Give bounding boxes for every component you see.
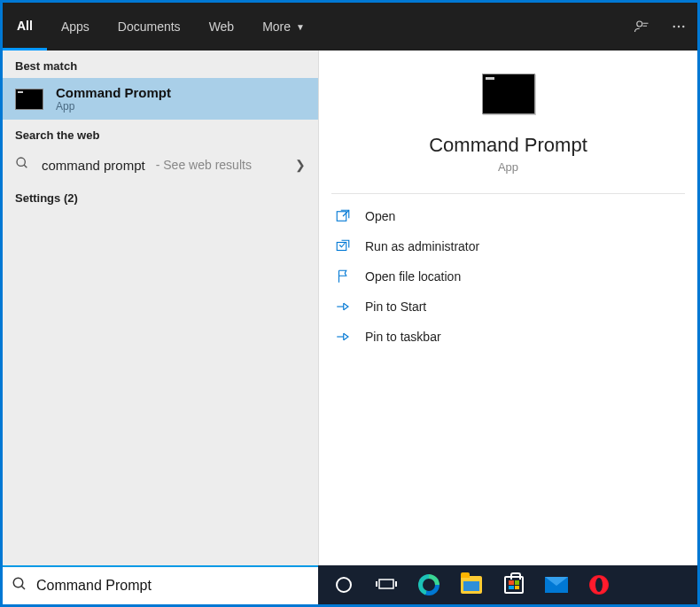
result-subtitle: App <box>56 100 171 113</box>
taskbar <box>318 565 697 604</box>
search-icon <box>15 156 31 174</box>
store-icon <box>504 576 524 594</box>
tab-all[interactable]: All <box>3 3 47 51</box>
mail-icon <box>545 577 568 593</box>
preview-title: Command Prompt <box>429 134 587 157</box>
start-search-window: All Apps Documents Web More▼ Best match … <box>3 3 697 604</box>
preview-subtitle: App <box>498 160 518 174</box>
tab-web[interactable]: Web <box>195 3 249 51</box>
action-open-file-location[interactable]: Open file location <box>331 261 685 292</box>
action-open[interactable]: Open <box>331 201 685 231</box>
result-title: Command Prompt <box>56 85 171 100</box>
opera-icon <box>589 575 609 595</box>
taskbar-app-explorer[interactable] <box>451 567 492 603</box>
tab-apps[interactable]: Apps <box>47 3 104 51</box>
taskbar-app-store[interactable] <box>494 567 534 603</box>
command-prompt-icon <box>482 74 535 114</box>
best-match-result[interactable]: Command Prompt App <box>3 78 318 120</box>
taskbar-app-edge[interactable] <box>408 567 449 603</box>
tab-documents[interactable]: Documents <box>104 3 195 51</box>
svg-rect-10 <box>379 580 393 588</box>
divider <box>331 193 685 194</box>
results-pane: Best match Command Prompt App Search the… <box>3 51 318 604</box>
search-body: Best match Command Prompt App Search the… <box>3 51 697 604</box>
web-result[interactable]: command prompt - See web results ❯ <box>3 147 318 183</box>
web-query: command prompt <box>42 158 145 173</box>
tab-more[interactable]: More▼ <box>248 3 319 51</box>
settings-label[interactable]: Settings (2) <box>3 183 318 210</box>
chevron-right-icon: ❯ <box>295 158 306 172</box>
svg-line-5 <box>24 165 27 167</box>
folder-icon <box>461 576 482 594</box>
feedback-icon[interactable] <box>623 3 660 51</box>
preview-hero: Command Prompt App <box>319 74 697 174</box>
svg-point-2 <box>678 26 680 27</box>
preview-pane: Command Prompt App Open Run as administr… <box>318 51 697 604</box>
search-input[interactable] <box>36 578 309 594</box>
circle-icon <box>336 577 352 593</box>
cortana-button[interactable] <box>323 567 364 603</box>
task-view-button[interactable] <box>366 567 407 603</box>
taskbar-app-mail[interactable] <box>536 567 577 603</box>
search-icon <box>12 576 27 595</box>
svg-point-1 <box>673 26 675 27</box>
more-options-icon[interactable] <box>660 3 697 51</box>
action-pin-start[interactable]: Pin to Start <box>331 292 685 322</box>
taskbar-app-opera[interactable] <box>579 567 619 603</box>
search-web-label: Search the web <box>3 120 318 147</box>
preview-actions: Open Run as administrator Open file loca… <box>319 201 697 352</box>
best-match-label: Best match <box>3 51 318 78</box>
action-pin-taskbar[interactable]: Pin to taskbar <box>331 322 685 352</box>
command-prompt-icon <box>15 89 43 110</box>
svg-rect-6 <box>337 212 346 222</box>
svg-point-8 <box>13 578 23 588</box>
svg-line-9 <box>21 586 25 589</box>
svg-point-0 <box>637 21 642 27</box>
svg-point-3 <box>682 26 684 27</box>
action-run-admin[interactable]: Run as administrator <box>331 231 685 261</box>
web-hint: - See web results <box>156 158 252 172</box>
search-filter-header: All Apps Documents Web More▼ <box>3 3 697 51</box>
bottom-bar <box>3 565 697 604</box>
chevron-down-icon: ▼ <box>296 22 305 32</box>
search-bar[interactable] <box>3 565 318 604</box>
edge-icon <box>418 574 439 595</box>
svg-point-4 <box>17 158 25 166</box>
task-view-icon <box>376 574 397 595</box>
